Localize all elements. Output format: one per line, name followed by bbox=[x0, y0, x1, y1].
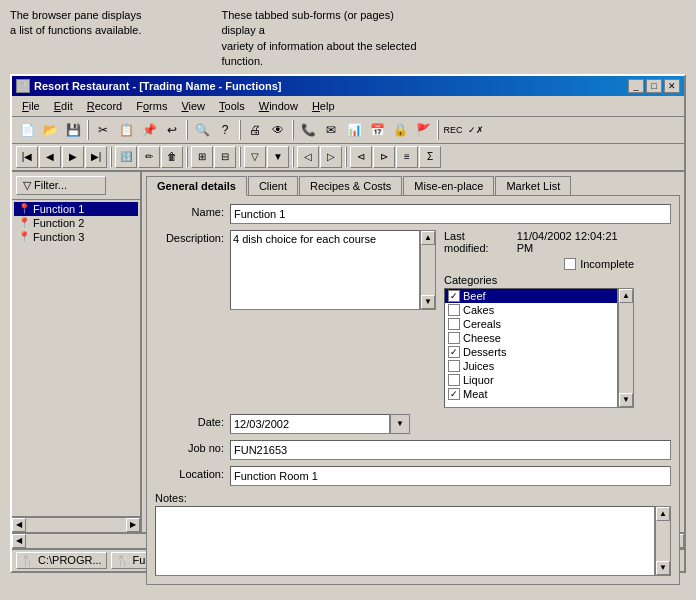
open-btn[interactable]: 📂 bbox=[39, 119, 61, 141]
nav-grid2[interactable]: ⊟ bbox=[214, 146, 236, 168]
menu-tools[interactable]: Tools bbox=[213, 98, 251, 114]
nav-del[interactable]: 🗑 bbox=[161, 146, 183, 168]
nav-filter2[interactable]: ▼ bbox=[267, 146, 289, 168]
phone-btn[interactable]: 📞 bbox=[297, 119, 319, 141]
name-row: Name: bbox=[155, 204, 671, 224]
nav-right[interactable]: ▷ bbox=[320, 146, 342, 168]
maximize-button[interactable]: □ bbox=[646, 79, 662, 93]
nav-extra2[interactable]: ⊳ bbox=[373, 146, 395, 168]
incomplete-checkbox[interactable] bbox=[564, 258, 576, 270]
name-input[interactable] bbox=[230, 204, 671, 224]
cat-scroll-up[interactable]: ▲ bbox=[619, 289, 633, 303]
category-liquor[interactable]: Liquor bbox=[445, 373, 617, 387]
undo-btn[interactable]: ↩ bbox=[161, 119, 183, 141]
description-textarea[interactable]: 4 dish choice for each course bbox=[230, 230, 420, 310]
menu-view[interactable]: View bbox=[175, 98, 211, 114]
print-btn[interactable]: 🖨 bbox=[244, 119, 266, 141]
flag-btn[interactable]: 🚩 bbox=[412, 119, 434, 141]
sep4 bbox=[292, 120, 294, 140]
nav-filter1[interactable]: ▽ bbox=[244, 146, 266, 168]
category-meat[interactable]: ✓ Meat bbox=[445, 387, 617, 401]
cakes-checkbox[interactable] bbox=[448, 304, 460, 316]
menu-forms[interactable]: Forms bbox=[130, 98, 173, 114]
notes-textarea[interactable] bbox=[155, 506, 655, 576]
location-input[interactable] bbox=[230, 466, 671, 486]
app-icon: 🍴 bbox=[16, 79, 30, 93]
minimize-button[interactable]: _ bbox=[628, 79, 644, 93]
category-cereals[interactable]: Cereals bbox=[445, 317, 617, 331]
help-btn[interactable]: ? bbox=[214, 119, 236, 141]
find-btn[interactable]: 🔍 bbox=[191, 119, 213, 141]
mail-btn[interactable]: ✉ bbox=[320, 119, 342, 141]
function-item-2[interactable]: 📍 Function 2 bbox=[14, 216, 138, 230]
category-beef[interactable]: ✓ Beef bbox=[445, 289, 617, 303]
notes-scroll-track[interactable] bbox=[656, 521, 670, 561]
tab-bar: General details Client Recipes & Costs M… bbox=[146, 176, 680, 196]
desc-scroll-down[interactable]: ▼ bbox=[421, 295, 435, 309]
category-desserts[interactable]: ✓ Desserts bbox=[445, 345, 617, 359]
cheese-checkbox[interactable] bbox=[448, 332, 460, 344]
tab-recipes[interactable]: Recipes & Costs bbox=[299, 176, 402, 196]
liquor-checkbox[interactable] bbox=[448, 374, 460, 386]
cereals-checkbox[interactable] bbox=[448, 318, 460, 330]
annotation-area: The browser pane displays a list of func… bbox=[0, 0, 696, 74]
category-cakes[interactable]: Cakes bbox=[445, 303, 617, 317]
new-btn[interactable]: 📄 bbox=[16, 119, 38, 141]
desserts-checkbox[interactable]: ✓ bbox=[448, 346, 460, 358]
tab-general-details[interactable]: General details bbox=[146, 176, 247, 196]
filter-icon: ▽ bbox=[23, 179, 31, 192]
hscroll-track[interactable] bbox=[26, 518, 126, 532]
juices-label: Juices bbox=[463, 360, 494, 372]
nav-extra4[interactable]: Σ bbox=[419, 146, 441, 168]
notes-scroll-up[interactable]: ▲ bbox=[656, 507, 670, 521]
chart-btn[interactable]: 📊 bbox=[343, 119, 365, 141]
category-cheese[interactable]: Cheese bbox=[445, 331, 617, 345]
cut-btn[interactable]: ✂ bbox=[92, 119, 114, 141]
menu-edit[interactable]: Edit bbox=[48, 98, 79, 114]
menu-help[interactable]: Help bbox=[306, 98, 341, 114]
cat-scroll-track[interactable] bbox=[619, 303, 633, 393]
hscroll-left[interactable]: ◀ bbox=[12, 518, 26, 532]
date-input[interactable] bbox=[230, 414, 390, 434]
beef-checkbox[interactable]: ✓ bbox=[448, 290, 460, 302]
paste-btn[interactable]: 📌 bbox=[138, 119, 160, 141]
cat-scroll-down[interactable]: ▼ bbox=[619, 393, 633, 407]
nav-extra3[interactable]: ≡ bbox=[396, 146, 418, 168]
close-button[interactable]: ✕ bbox=[664, 79, 680, 93]
menu-record[interactable]: Record bbox=[81, 98, 128, 114]
copy-btn[interactable]: 📋 bbox=[115, 119, 137, 141]
nav-extra1[interactable]: ⊲ bbox=[350, 146, 372, 168]
nav-prev[interactable]: ◀ bbox=[39, 146, 61, 168]
nav-first[interactable]: |◀ bbox=[16, 146, 38, 168]
calendar-btn[interactable]: 📅 bbox=[366, 119, 388, 141]
meat-checkbox[interactable]: ✓ bbox=[448, 388, 460, 400]
notes-scroll-down[interactable]: ▼ bbox=[656, 561, 670, 575]
juices-checkbox[interactable] bbox=[448, 360, 460, 372]
nav-edit[interactable]: ✏ bbox=[138, 146, 160, 168]
tab-market[interactable]: Market List bbox=[495, 176, 571, 196]
hscroll-right[interactable]: ▶ bbox=[126, 518, 140, 532]
menu-file[interactable]: File bbox=[16, 98, 46, 114]
function-item-1[interactable]: 📍 Function 1 bbox=[14, 202, 138, 216]
tab-mise[interactable]: Mise-en-place bbox=[403, 176, 494, 196]
cheese-label: Cheese bbox=[463, 332, 501, 344]
nav-left[interactable]: ◁ bbox=[297, 146, 319, 168]
nav-grid1[interactable]: ⊞ bbox=[191, 146, 213, 168]
category-juices[interactable]: Juices bbox=[445, 359, 617, 373]
extra-btn2[interactable]: ✓✗ bbox=[465, 119, 487, 141]
nav-last[interactable]: ▶| bbox=[85, 146, 107, 168]
save-btn[interactable]: 💾 bbox=[62, 119, 84, 141]
jobno-input[interactable] bbox=[230, 440, 671, 460]
date-dropdown-btn[interactable]: ▼ bbox=[390, 414, 410, 434]
lock-btn[interactable]: 🔒 bbox=[389, 119, 411, 141]
filter-button[interactable]: ▽ Filter... bbox=[16, 176, 106, 195]
main-hscroll-left[interactable]: ◀ bbox=[12, 534, 26, 548]
extra-btn1[interactable]: REC bbox=[442, 119, 464, 141]
nav-next[interactable]: ▶ bbox=[62, 146, 84, 168]
nav-calc[interactable]: 🔢 bbox=[115, 146, 137, 168]
tab-client[interactable]: Client bbox=[248, 176, 298, 196]
preview-btn[interactable]: 👁 bbox=[267, 119, 289, 141]
menu-window[interactable]: Window bbox=[253, 98, 304, 114]
function-item-3[interactable]: 📍 Function 3 bbox=[14, 230, 138, 244]
desc-scroll-up[interactable]: ▲ bbox=[421, 231, 435, 245]
